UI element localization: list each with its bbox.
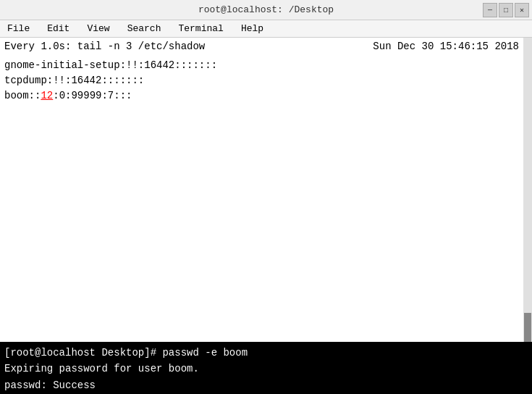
watch-header: Every 1.0s: tail -n 3 /etc/shadow Sun De… <box>4 41 519 52</box>
menu-bar: File Edit View Search Terminal Help <box>0 20 532 38</box>
terminal: Every 1.0s: tail -n 3 /etc/shadow Sun De… <box>0 38 532 394</box>
shadow-line-tcpdump: tcpdump:!!:16442::::::: <box>4 73 519 88</box>
terminal-bottom-wrapper: [root@localhost Desktop]# passwd -e boom… <box>0 342 532 394</box>
cmd-text-1: passwd -e boom <box>162 345 248 361</box>
scrollbar[interactable] <box>523 38 532 342</box>
window-title: root@localhost: /Desktop <box>198 4 334 15</box>
menu-search[interactable]: Search <box>123 22 166 35</box>
terminal-bottom[interactable]: [root@localhost Desktop]# passwd -e boom… <box>0 342 532 394</box>
terminal-scroll-area: Every 1.0s: tail -n 3 /etc/shadow Sun De… <box>0 38 532 342</box>
close-button[interactable]: ✕ <box>515 3 529 17</box>
menu-terminal[interactable]: Terminal <box>174 22 227 35</box>
output-expiring: Expiring password for user boom. <box>4 361 528 377</box>
menu-file[interactable]: File <box>3 22 34 35</box>
boom-highlight: 12 <box>41 90 53 101</box>
minimize-button[interactable]: ─ <box>483 3 497 17</box>
prompt-1: [root@localhost Desktop]# <box>4 345 162 361</box>
title-bar: root@localhost: /Desktop ─ □ ✕ <box>0 0 532 20</box>
cmd-passwd: [root@localhost Desktop]# passwd -e boom <box>4 345 528 361</box>
menu-view[interactable]: View <box>83 22 114 35</box>
maximize-button[interactable]: □ <box>499 3 513 17</box>
watch-datetime: Sun Dec 30 15:46:15 2018 <box>373 41 519 52</box>
scrollbar-thumb[interactable] <box>524 313 531 342</box>
shadow-line-gnome: gnome-initial-setup:!!:16442::::::: <box>4 58 519 73</box>
shadow-line-boom: boom::12:0:99999:7::: <box>4 88 519 104</box>
output-success: passwd: Success <box>4 377 528 393</box>
terminal-upper: Every 1.0s: tail -n 3 /etc/shadow Sun De… <box>0 38 523 342</box>
menu-help[interactable]: Help <box>237 22 268 35</box>
watch-command: Every 1.0s: tail -n 3 /etc/shadow <box>4 41 205 52</box>
output-text-1: Expiring password for user boom. <box>4 361 199 377</box>
output-text-2: passwd: Success <box>4 377 96 393</box>
menu-edit[interactable]: Edit <box>43 22 74 35</box>
window-controls[interactable]: ─ □ ✕ <box>483 3 529 17</box>
